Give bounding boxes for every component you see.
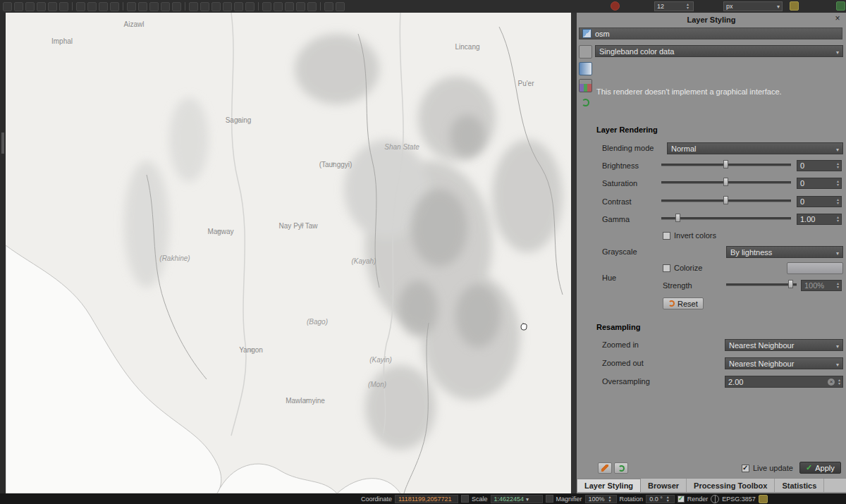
clear-icon[interactable]	[828, 379, 835, 386]
reset-button[interactable]: Reset	[663, 297, 704, 309]
toolbar-separator	[258, 2, 259, 11]
grayscale-combo[interactable]: By lightness	[726, 246, 843, 258]
map-label: Sagaing	[226, 116, 252, 124]
help-icon[interactable]	[836, 1, 845, 11]
panel-splitter[interactable]	[571, 13, 577, 493]
contrast-slider-handle[interactable]	[723, 196, 728, 204]
brightness-slider-handle[interactable]	[723, 160, 728, 168]
spinner-arrows-icon[interactable]	[665, 496, 671, 503]
delete-selected-icon[interactable]	[245, 2, 255, 11]
contrast-slider[interactable]	[661, 195, 791, 205]
zoom-last-icon[interactable]	[48, 2, 57, 11]
copy-features-icon[interactable]	[274, 2, 283, 11]
blending-mode-combo[interactable]: Normal	[667, 142, 843, 154]
save-layer-edits-icon[interactable]	[200, 2, 209, 11]
units-combo[interactable]: px	[723, 1, 783, 11]
font-color-icon[interactable]	[611, 1, 620, 11]
font-size-value: 12	[657, 3, 664, 10]
tab-layer-styling[interactable]: Layer Styling	[577, 479, 641, 492]
open-attribute-table-icon[interactable]	[110, 2, 119, 11]
undo-style-button[interactable]	[598, 462, 612, 474]
colorize-checkbox[interactable]	[663, 264, 670, 272]
pan-map-icon[interactable]	[3, 2, 12, 11]
invert-colors-checkbox[interactable]	[663, 232, 670, 240]
redo-icon[interactable]	[307, 2, 317, 11]
undo-icon[interactable]	[296, 2, 305, 11]
scale-label: Scale	[472, 496, 488, 503]
rotation-spinbox[interactable]: 0.0 °	[646, 495, 675, 503]
gamma-spinbox[interactable]: 1.00	[797, 214, 842, 225]
map-label: Mawlamyine	[286, 397, 325, 405]
zoom-full-icon[interactable]	[37, 2, 46, 11]
measure-line-icon[interactable]	[127, 2, 136, 11]
toggle-editing-icon[interactable]	[189, 2, 198, 11]
crs-button[interactable]: EPSG:3857	[722, 496, 756, 503]
symbology-tab-icon[interactable]	[579, 45, 592, 59]
show-bookmarks-icon[interactable]	[161, 2, 170, 11]
paste-features-icon[interactable]	[285, 2, 294, 11]
main-toolbar: 12 px	[0, 0, 846, 13]
zoom-out-icon[interactable]	[25, 2, 35, 11]
annotation-icon[interactable]	[324, 2, 333, 11]
dock-handle[interactable]	[1, 133, 4, 154]
zoom-next-icon[interactable]	[59, 2, 68, 11]
history-tab-icon[interactable]	[579, 96, 592, 109]
move-feature-icon[interactable]	[223, 2, 232, 11]
render-checkbox[interactable]	[678, 496, 685, 503]
new-bookmark-icon[interactable]	[149, 2, 159, 11]
brightness-spinbox[interactable]: 0	[797, 160, 842, 171]
identify-features-icon[interactable]	[76, 2, 85, 11]
vertex-tool-icon[interactable]	[234, 2, 243, 11]
spinner-arrows-icon[interactable]	[835, 198, 841, 205]
spinner-arrows-icon[interactable]	[835, 282, 841, 289]
strength-spinbox[interactable]: 100%	[801, 280, 842, 291]
strength-slider[interactable]	[726, 279, 797, 289]
close-icon[interactable]	[833, 13, 842, 23]
gamma-slider[interactable]	[661, 213, 791, 223]
cut-features-icon[interactable]	[262, 2, 271, 11]
renderer-combo[interactable]: Singleband color data	[595, 45, 843, 57]
layer-selector[interactable]: osm	[579, 27, 842, 39]
tab-browser[interactable]: Browser	[641, 479, 687, 492]
spinner-arrows-icon[interactable]	[607, 496, 613, 503]
spinner-arrows-icon[interactable]	[836, 379, 842, 386]
text-annotation-icon[interactable]	[336, 2, 345, 11]
deselect-features-icon[interactable]	[99, 2, 108, 11]
map-canvas[interactable]: Lincang Pu'er Sagaing Shan State (Taungg…	[6, 13, 571, 493]
zoomed-in-combo[interactable]: Nearest Neighbour	[725, 339, 843, 351]
transparency-tab-icon[interactable]	[579, 62, 592, 75]
live-update-checkbox[interactable]	[742, 465, 749, 472]
log-messages-icon[interactable]	[759, 495, 768, 503]
strength-slider-handle[interactable]	[788, 280, 793, 288]
select-features-icon[interactable]	[87, 2, 97, 11]
scale-combo[interactable]: 1:4622454	[491, 495, 543, 503]
lock-magnifier-icon[interactable]	[546, 495, 553, 503]
spinner-arrows-icon[interactable]	[685, 3, 691, 10]
zoomed-out-combo[interactable]: Nearest Neighbour	[725, 357, 843, 369]
brightness-slider[interactable]	[661, 159, 791, 169]
tab-statistics[interactable]: Statistics	[775, 479, 824, 492]
zoom-in-icon[interactable]	[14, 2, 23, 11]
text-format-icon[interactable]	[790, 1, 799, 11]
saturation-spinbox[interactable]: 0	[797, 178, 842, 189]
magnifier-spinbox[interactable]: 100%	[585, 495, 617, 503]
coordinate-input[interactable]: 11181199,2057721	[395, 495, 458, 503]
spinner-arrows-icon[interactable]	[835, 180, 841, 187]
apply-button[interactable]: Apply	[799, 462, 841, 474]
spinner-arrows-icon[interactable]	[835, 216, 841, 223]
redo-style-button[interactable]	[614, 462, 628, 474]
lock-scale-icon[interactable]	[461, 495, 469, 503]
add-feature-icon[interactable]	[212, 2, 221, 11]
refresh-icon[interactable]	[172, 2, 181, 11]
gamma-slider-handle[interactable]	[675, 214, 680, 222]
oversampling-spinbox[interactable]: 2.00	[725, 376, 843, 388]
saturation-slider[interactable]	[661, 177, 791, 187]
colorize-color-button[interactable]	[787, 262, 843, 274]
saturation-slider-handle[interactable]	[723, 178, 728, 186]
contrast-spinbox[interactable]: 0	[797, 196, 842, 207]
histogram-tab-icon[interactable]	[579, 79, 592, 92]
font-size-spinner[interactable]: 12	[654, 1, 694, 11]
map-tips-icon[interactable]	[138, 2, 147, 11]
spinner-arrows-icon[interactable]	[835, 162, 841, 169]
tab-processing-toolbox[interactable]: Processing Toolbox	[687, 479, 775, 492]
